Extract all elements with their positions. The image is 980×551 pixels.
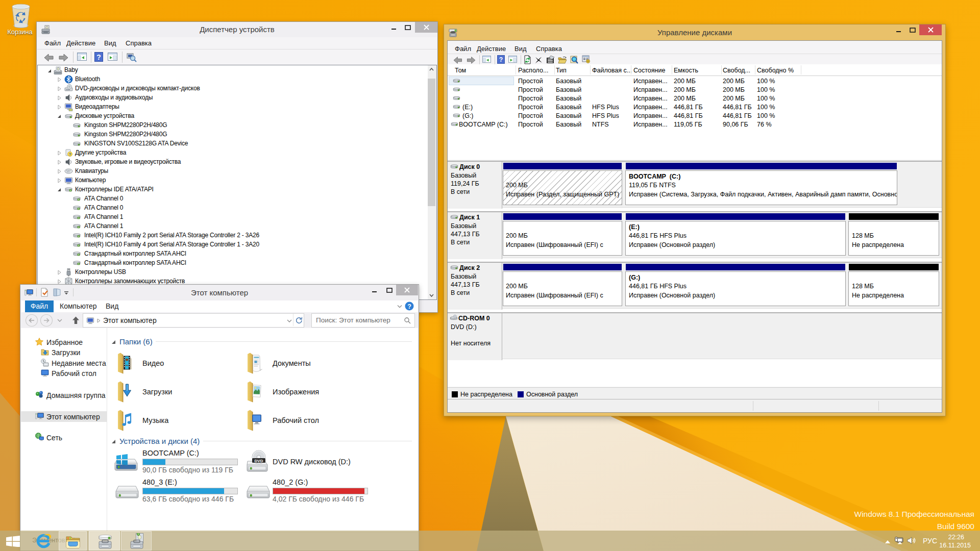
svg-text:?: ? bbox=[407, 303, 411, 310]
